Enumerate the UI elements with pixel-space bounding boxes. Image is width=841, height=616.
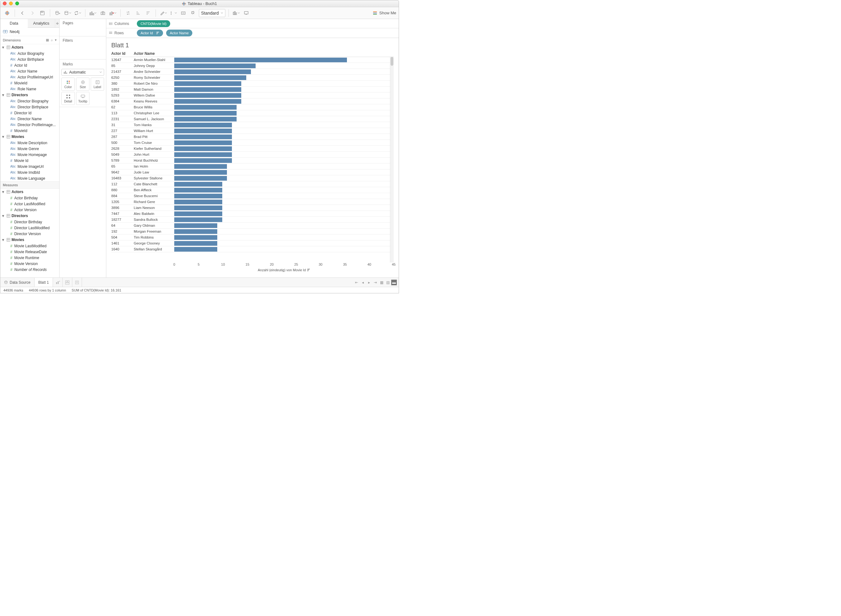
first-sheet-button[interactable]: ⇤ xyxy=(354,280,359,285)
table-row[interactable]: 380Robert De Niro xyxy=(111,81,174,87)
tree-item[interactable]: AbcMovie Genre xyxy=(0,146,59,152)
sheet-title[interactable]: Blatt 1 xyxy=(111,42,394,49)
tree-item[interactable]: #Director Birthday xyxy=(0,219,59,225)
new-dashboard-tab[interactable] xyxy=(63,278,72,287)
mark-size[interactable]: Size xyxy=(76,78,90,91)
last-sheet-button[interactable]: ⇥ xyxy=(372,280,378,285)
swap-button[interactable] xyxy=(124,9,132,18)
group-button[interactable] xyxy=(169,9,178,18)
table-row[interactable]: 113Christopher Lee xyxy=(111,110,174,116)
bar-row[interactable] xyxy=(174,134,390,140)
tableau-logo[interactable] xyxy=(3,9,12,18)
table-row[interactable]: 500Tom Cruise xyxy=(111,140,174,146)
auto-update-button[interactable] xyxy=(73,9,82,18)
sort-asc-button[interactable] xyxy=(134,9,143,18)
bar-row[interactable] xyxy=(174,104,390,110)
prev-sheet-button[interactable]: ◂ xyxy=(360,280,366,285)
bar-row[interactable] xyxy=(174,152,390,158)
labels-button[interactable] xyxy=(179,9,188,18)
pin-button[interactable] xyxy=(189,9,198,18)
show-filmstrip-button[interactable]: ▤ xyxy=(385,280,391,285)
tree-item[interactable]: #Director LastModified xyxy=(0,225,59,231)
table-row[interactable]: 5293Willem Dafoe xyxy=(111,92,174,98)
clear-sheet-button[interactable] xyxy=(109,9,117,18)
bar-row[interactable] xyxy=(174,211,390,217)
table-row[interactable]: 192Morgan Freeman xyxy=(111,229,174,235)
show-hide-cards-button[interactable] xyxy=(232,9,241,18)
pane-options-caret[interactable]: ▾ xyxy=(55,38,57,42)
table-row[interactable]: 64Gary Oldman xyxy=(111,223,174,229)
tree-group[interactable]: ▾ Movies xyxy=(0,237,59,243)
tree-item[interactable]: #Movie Runtime xyxy=(0,255,59,261)
search-icon[interactable]: ⌕ xyxy=(51,38,53,42)
new-worksheet-tab[interactable]: + xyxy=(53,278,63,287)
table-row[interactable]: 5789Horst Buchholz xyxy=(111,158,174,163)
table-row[interactable]: 2628Kiefer Sutherland xyxy=(111,146,174,152)
tree-item[interactable]: #Actor Birthday xyxy=(0,195,59,201)
bar-row[interactable] xyxy=(174,229,390,235)
mark-label[interactable]: TLabel xyxy=(91,78,104,91)
table-row[interactable]: 884Steve Buscemi xyxy=(111,193,174,199)
tree-item[interactable]: #Director Version xyxy=(0,231,59,237)
column-header-actor-name[interactable]: Actor Name xyxy=(134,51,174,56)
table-row[interactable]: 227William Hurt xyxy=(111,128,174,134)
bar-row[interactable] xyxy=(174,223,390,229)
refresh-data-button[interactable] xyxy=(63,9,72,18)
back-button[interactable] xyxy=(18,9,27,18)
table-row[interactable]: 12647Armin Mueller-Stahl xyxy=(111,57,174,63)
table-row[interactable]: 287Brad Pitt xyxy=(111,134,174,140)
bar-row[interactable] xyxy=(174,241,390,246)
rows-pill-actor-name[interactable]: Actor Name xyxy=(166,29,193,37)
column-header-actor-id[interactable]: Actor Id xyxy=(111,51,134,56)
show-tabs-button[interactable]: ▦ xyxy=(379,280,384,285)
vertical-scrollbar[interactable] xyxy=(390,57,394,263)
bar-row[interactable] xyxy=(174,235,390,241)
tree-item[interactable]: AbcMovie Description xyxy=(0,140,59,146)
tree-item[interactable]: #Movie Version xyxy=(0,261,59,267)
tree-group[interactable]: ▾ Directors xyxy=(0,92,59,98)
bar-row[interactable] xyxy=(174,175,390,181)
forward-button[interactable] xyxy=(28,9,37,18)
table-row[interactable]: 18277Sandra Bullock xyxy=(111,217,174,223)
bar-row[interactable] xyxy=(174,169,390,175)
x-axis-label[interactable]: Anzahl (eindeutig) von Movie Id xyxy=(258,268,306,272)
tree-item[interactable]: AbcRole Name xyxy=(0,86,59,92)
table-row[interactable]: 65Ian Holm xyxy=(111,163,174,169)
highlight-button[interactable] xyxy=(159,9,168,18)
table-row[interactable]: 21437Andre Schneider xyxy=(111,69,174,75)
table-row[interactable]: 9642Jude Law xyxy=(111,169,174,175)
tree-group[interactable]: ▾ Actors xyxy=(0,44,59,50)
tree-item[interactable]: AbcMovie ImageUrl xyxy=(0,163,59,169)
bar-row[interactable] xyxy=(174,205,390,211)
tab-data-source[interactable]: Data Source xyxy=(0,278,35,287)
fit-select[interactable]: Standard xyxy=(199,9,225,17)
tree-item[interactable]: AbcDirector Biography xyxy=(0,98,59,104)
filters-shelf[interactable]: Filters xyxy=(63,38,103,43)
bar-row[interactable] xyxy=(174,110,390,116)
tab-sheet-1[interactable]: Blatt 1 xyxy=(35,278,53,287)
tree-item[interactable]: AbcActor Name xyxy=(0,68,59,74)
table-row[interactable]: 85Johnny Depp xyxy=(111,63,174,69)
tree-item[interactable]: #MovieId xyxy=(0,128,59,133)
rows-pill-actor-id[interactable]: Actor Id xyxy=(137,29,163,37)
tree-item[interactable]: #Actor Version xyxy=(0,207,59,213)
tree-item[interactable]: AbcMovie Language xyxy=(0,175,59,181)
tree-item[interactable]: #Number of Records xyxy=(0,267,59,273)
table-row[interactable]: 1205Richard Gere xyxy=(111,199,174,205)
bar-row[interactable] xyxy=(174,57,390,63)
bar-row[interactable] xyxy=(174,181,390,187)
tree-item[interactable]: #Movie Id xyxy=(0,158,59,163)
bar-row[interactable] xyxy=(174,128,390,134)
bar-row[interactable] xyxy=(174,116,390,122)
new-datasource-button[interactable] xyxy=(53,9,62,18)
pages-shelf[interactable]: Pages xyxy=(63,21,103,25)
bar-row[interactable] xyxy=(174,75,390,81)
table-row[interactable]: 2231Samuel L. Jackson xyxy=(111,116,174,122)
show-me-button[interactable]: Show Me xyxy=(372,10,396,16)
table-row[interactable]: 5049John Hurt xyxy=(111,152,174,158)
table-row[interactable]: 880Ben Affleck xyxy=(111,187,174,193)
bar-row[interactable] xyxy=(174,98,390,104)
table-row[interactable]: 7447Alec Baldwin xyxy=(111,211,174,217)
bar-row[interactable] xyxy=(174,146,390,152)
tree-item[interactable]: #Actor LastModified xyxy=(0,201,59,207)
